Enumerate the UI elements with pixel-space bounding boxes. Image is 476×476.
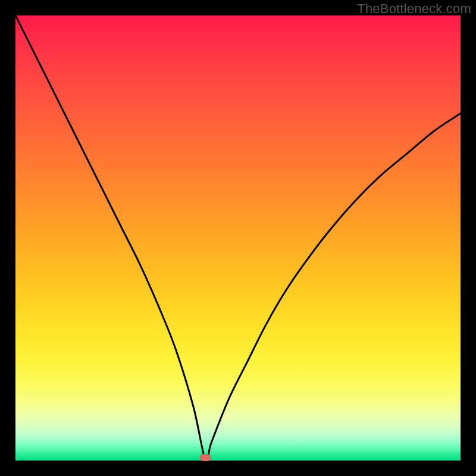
watermark-text: TheBottleneck.com: [357, 1, 471, 17]
plot-area: [15, 15, 461, 461]
chart-frame: TheBottleneck.com: [0, 0, 476, 476]
bottleneck-curve: [15, 15, 461, 461]
optimum-marker: [200, 454, 211, 461]
